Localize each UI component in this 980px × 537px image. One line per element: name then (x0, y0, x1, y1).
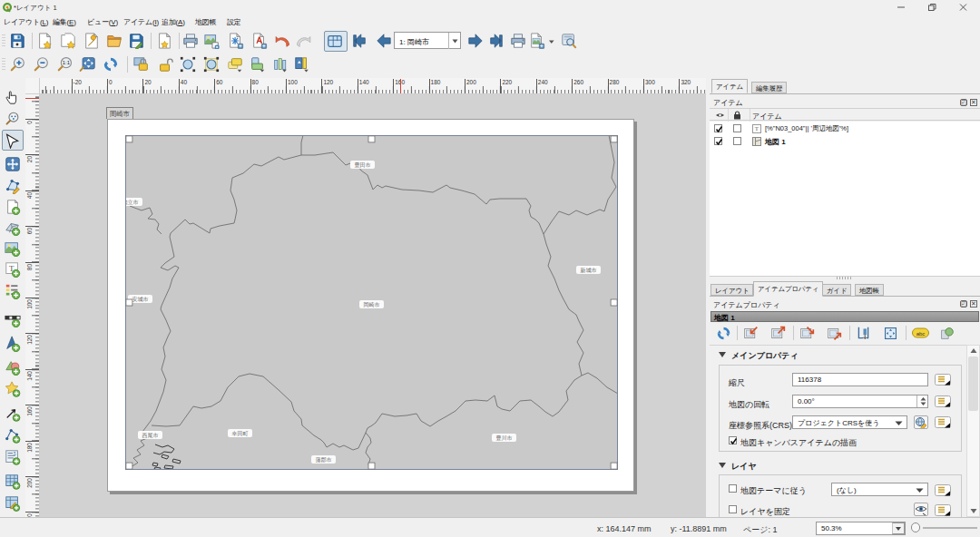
svg-text:蒲郡市: 蒲郡市 (316, 456, 332, 464)
svg-text:安城市: 安城市 (132, 296, 149, 302)
svg-text:豊川市: 豊川市 (496, 434, 513, 441)
svg-text:豊田市: 豊田市 (355, 161, 371, 169)
svg-text:西尾市: 西尾市 (142, 432, 159, 439)
svg-text:幸田町: 幸田町 (231, 430, 249, 437)
svg-text:abc: abc (916, 331, 926, 337)
svg-text:知立市: 知立市 (125, 199, 139, 206)
svg-text:新城市: 新城市 (581, 267, 597, 273)
svg-text:1:1: 1:1 (63, 60, 70, 65)
svg-text:岡崎市: 岡崎市 (364, 301, 380, 308)
